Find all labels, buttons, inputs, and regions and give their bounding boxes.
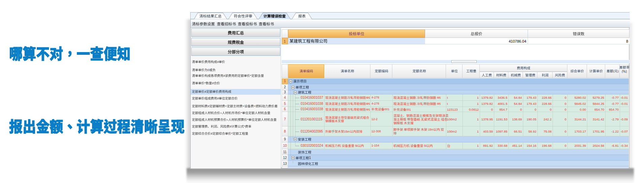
svg-text:≠: ≠ bbox=[204, 90, 206, 93]
svg-text:): ) bbox=[618, 70, 619, 73]
svg-text:*: * bbox=[231, 132, 233, 135]
svg-text:≠: ≠ bbox=[212, 82, 214, 85]
svg-text:Φ5: Φ5 bbox=[366, 96, 370, 99]
svg-text:*: * bbox=[247, 118, 249, 121]
svg-text:+: + bbox=[225, 105, 227, 108]
svg-text:+: + bbox=[243, 105, 244, 108]
svg-text:Φ5: Φ5 bbox=[366, 108, 370, 111]
svg-text:(%): (%) bbox=[622, 70, 627, 73]
svg-text:001: 001 bbox=[406, 108, 411, 111]
svg-text:≠: ≠ bbox=[211, 132, 213, 135]
svg-text:Φ5: Φ5 bbox=[436, 102, 441, 105]
svg-text:≠: ≠ bbox=[230, 125, 231, 128]
svg-text:*: * bbox=[204, 82, 206, 85]
svg-text:≠: ≠ bbox=[217, 97, 219, 100]
svg-text:+: + bbox=[254, 105, 255, 108]
svg-text:≠: ≠ bbox=[217, 60, 219, 63]
svg-text:≠: ≠ bbox=[208, 105, 209, 108]
svg-text:15m: 15m bbox=[427, 129, 433, 131]
svg-text:Φ5: Φ5 bbox=[436, 96, 441, 99]
svg-text:=: = bbox=[220, 111, 222, 114]
svg-text:5t: 5t bbox=[423, 144, 427, 147]
svg-text:≠: ≠ bbox=[223, 74, 225, 77]
svg-text:*: * bbox=[250, 74, 251, 77]
svg-text:15m: 15m bbox=[344, 130, 350, 133]
svg-text:001: 001 bbox=[384, 108, 389, 111]
svg-text:Φ5: Φ5 bbox=[366, 102, 370, 105]
svg-text:*: * bbox=[244, 125, 245, 128]
svg-text:=: = bbox=[226, 118, 228, 121]
svg-text:*: * bbox=[241, 111, 242, 114]
svg-text:0: 0 bbox=[208, 68, 209, 71]
svg-text:(: ( bbox=[613, 70, 614, 73]
svg-text:5t: 5t bbox=[354, 144, 358, 147]
